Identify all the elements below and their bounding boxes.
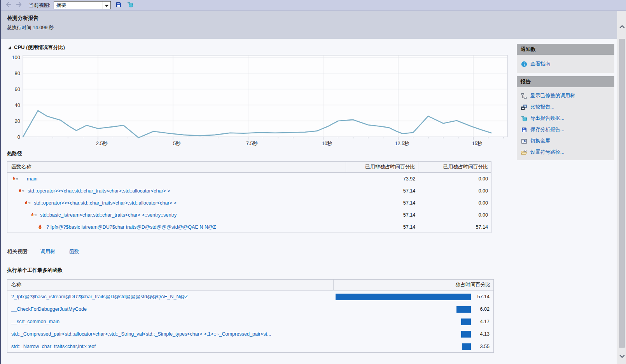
reports-title: 报告	[521, 78, 531, 85]
most-work-name-cell: std::_Compressed_pair<std::allocator<cha…	[7, 331, 334, 337]
percent-value: 57.14	[477, 294, 490, 299]
report-link-row-2[interactable]: 导出报告数据...	[517, 113, 614, 124]
scroll-up-icon[interactable]	[617, 25, 626, 28]
related-view-functions-link[interactable]: 函数	[69, 248, 79, 255]
view-guidance-link[interactable]: 查看指南	[530, 61, 550, 67]
reports-section-header: 报告	[517, 76, 614, 87]
most-work-table-header: 名称 独占时间百分比	[7, 280, 493, 290]
hot-path-row-name-cell: std::operator>><char,std::char_traits<ch…	[7, 200, 346, 206]
most-work-name-cell: std::_Narrow_char_traits<char,int>::eof	[7, 344, 334, 349]
column-header-function-name: 函数名称	[7, 162, 346, 172]
hot-path-row-3[interactable]: std::basic_istream<char,std::char_traits…	[7, 209, 491, 221]
vertical-scrollbar[interactable]	[617, 11, 626, 364]
hot-path-row-name-cell: std::basic_istream<char,std::char_traits…	[7, 212, 346, 218]
export-data-icon	[521, 115, 527, 122]
report-link-2[interactable]: 导出报告数据...	[530, 115, 564, 122]
hot-path-table-body: main73.920.00std::operator>><char,std::c…	[7, 173, 491, 233]
exclusive-time-bar-cell: 6.02	[334, 303, 493, 315]
svg-text:0: 0	[17, 134, 20, 140]
function-name-link[interactable]: ? Ipfx@?$basic istream@DU?$char traits@D…	[46, 224, 216, 230]
total-execution-time: 总执行时间 14.099 秒	[7, 24, 617, 31]
hot-path-row-name-cell: std::operator>><char,std::char_traits<ch…	[7, 188, 346, 194]
function-name-link[interactable]: ?_Ipfx@?$basic_istream@DU?$char_traits@D…	[11, 294, 188, 299]
related-view-call-tree-link[interactable]: 调用树	[40, 248, 55, 255]
hot-path-table: 函数名称 已用非独占时间百分比 已用独占时间百分比 main73.920.00s…	[7, 161, 491, 233]
report-toolbar: 当前视图: 摘要	[1, 0, 626, 11]
most-work-title: 执行单个工作最多的函数	[7, 267, 63, 274]
notifications-section-header: 通知数	[517, 44, 614, 55]
report-link-row-5[interactable]: 设置符号路径...	[517, 147, 614, 158]
percent-value: 3.55	[480, 344, 490, 349]
function-name-link[interactable]: std::operator>><char,std::char_traits<ch…	[34, 200, 177, 206]
notifications-section-body: 查看指南	[517, 55, 614, 73]
report-link-5[interactable]: 设置符号路径...	[530, 149, 564, 156]
exclusive-percent-value: 57.14	[418, 224, 491, 230]
compare-reports-icon	[521, 104, 527, 110]
report-link-row-3[interactable]: 保存分析报告...	[517, 124, 614, 135]
most-work-row-0[interactable]: ?_Ipfx@?$basic_istream@DU?$char_traits@D…	[7, 290, 493, 303]
fullscreen-icon	[521, 138, 527, 144]
scrollbar-thumb[interactable]	[619, 39, 625, 348]
view-selector-dropdown-button[interactable]	[103, 1, 111, 9]
save-report-icon	[521, 126, 527, 133]
percent-bar	[461, 331, 471, 338]
exclusive-percent-value: 0.00	[418, 212, 491, 218]
most-work-row-4[interactable]: std::_Narrow_char_traits<char,int>::eof3…	[7, 340, 493, 353]
inclusive-percent-value: 57.14	[346, 200, 419, 206]
report-link-4[interactable]: 切换全屏	[530, 138, 550, 144]
hot-path-icon	[24, 200, 31, 206]
report-link-row-4[interactable]: 切换全屏	[517, 135, 614, 147]
view-guidance-link-row[interactable]: 查看指南	[517, 55, 614, 70]
svg-text:10秒: 10秒	[322, 141, 332, 146]
page-title: 检测分析报告	[7, 15, 617, 22]
exclusive-percent-value: 0.00	[418, 176, 491, 182]
report-link-0[interactable]: 显示已修整的调用树	[530, 93, 575, 99]
percent-value: 4.17	[480, 319, 490, 324]
view-selector-value[interactable]: 摘要	[54, 1, 103, 9]
function-name-link[interactable]: std::basic_istream<char,std::char_traits…	[40, 212, 177, 218]
function-name-link[interactable]: std::_Compressed_pair<std::allocator<cha…	[11, 331, 271, 337]
function-name-link[interactable]: main	[27, 176, 37, 182]
hot-path-row-0[interactable]: main73.920.00	[7, 173, 491, 185]
most-work-row-3[interactable]: std::_Compressed_pair<std::allocator<cha…	[7, 328, 493, 340]
svg-text:2.5秒: 2.5秒	[96, 141, 108, 146]
svg-text:60: 60	[15, 86, 20, 92]
function-name-link[interactable]: __CheckForDebuggerJustMyCode	[11, 306, 87, 312]
most-work-row-1[interactable]: __CheckForDebuggerJustMyCode6.02	[7, 303, 493, 315]
cpu-section-header: CPU (使用情况百分比)	[8, 44, 65, 51]
report-link-row-0[interactable]: 显示已修整的调用树	[517, 90, 614, 102]
svg-text:5秒: 5秒	[173, 141, 181, 146]
report-link-1[interactable]: 比较报告...	[530, 104, 554, 110]
view-selector[interactable]: 摘要	[54, 1, 111, 9]
save-report-toolbar-button[interactable]	[115, 2, 122, 9]
back-arrow-icon	[5, 2, 12, 9]
scroll-down-icon[interactable]	[617, 355, 626, 358]
function-name-link[interactable]: std::operator>><char,std::char_traits<ch…	[28, 188, 170, 194]
exclusive-time-bar-cell: 57.14	[334, 290, 493, 303]
report-header: 检测分析报告 总执行时间 14.099 秒	[1, 11, 617, 39]
hot-path-row-1[interactable]: std::operator>><char,std::char_traits<ch…	[7, 185, 491, 197]
reports-section-body: 显示已修整的调用树比较报告...导出报告数据...保存分析报告...切换全屏设置…	[517, 87, 614, 160]
inclusive-percent-value: 57.14	[346, 224, 419, 230]
forward-button[interactable]	[15, 2, 23, 9]
back-button[interactable]	[5, 2, 12, 9]
report-link-row-1[interactable]: 比较报告...	[517, 102, 614, 113]
profiler-report-window: 当前视图: 摘要	[0, 0, 626, 364]
percent-bar	[456, 306, 471, 313]
report-link-3[interactable]: 保存分析报告...	[530, 126, 564, 133]
export-data-toolbar-button[interactable]	[126, 2, 134, 9]
percent-value: 6.02	[480, 306, 490, 312]
collapse-triangle-icon[interactable]	[8, 46, 11, 49]
percent-bar	[336, 294, 471, 300]
hot-path-row-2[interactable]: std::operator>><char,std::char_traits<ch…	[7, 197, 491, 209]
function-name-link[interactable]: std::_Narrow_char_traits<char,int>::eof	[11, 344, 96, 349]
info-icon	[521, 61, 527, 67]
hot-path-row-4[interactable]: ? Ipfx@?$basic istream@DU?$char traits@D…	[7, 221, 491, 233]
most-work-name-cell: __CheckForDebuggerJustMyCode	[7, 306, 334, 312]
related-views: 相关视图: 调用树 函数	[7, 248, 79, 255]
most-work-row-2[interactable]: __scrt_common_main4.17	[7, 315, 493, 328]
most-work-table: 名称 独占时间百分比 ?_Ipfx@?$basic_istream@DU?$ch…	[7, 279, 494, 353]
svg-text:12.5秒: 12.5秒	[395, 141, 409, 146]
exclusive-time-bar-cell: 4.13	[334, 328, 493, 340]
function-name-link[interactable]: __scrt_common_main	[11, 319, 59, 324]
